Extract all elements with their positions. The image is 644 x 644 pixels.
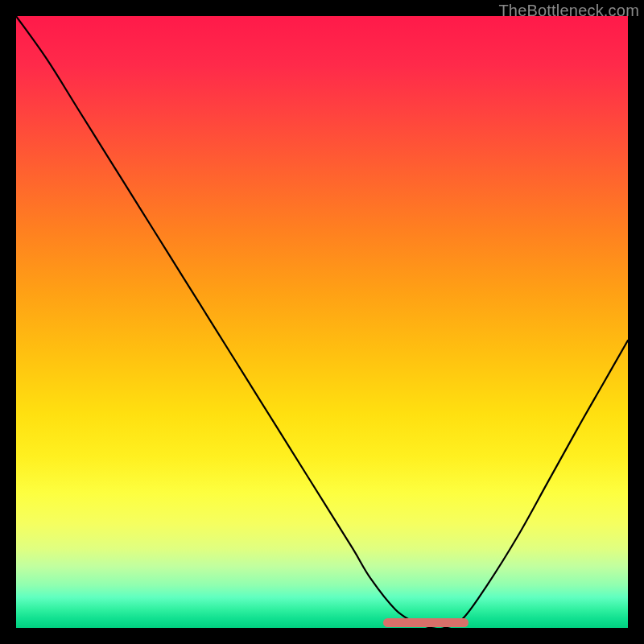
plot-area (16, 16, 628, 628)
optimal-range-marker (383, 618, 469, 627)
curve-svg (16, 16, 628, 628)
chart-container: TheBottleneck.com (0, 0, 644, 644)
bottleneck-curve-line (16, 16, 628, 628)
watermark-text: TheBottleneck.com (498, 2, 639, 20)
